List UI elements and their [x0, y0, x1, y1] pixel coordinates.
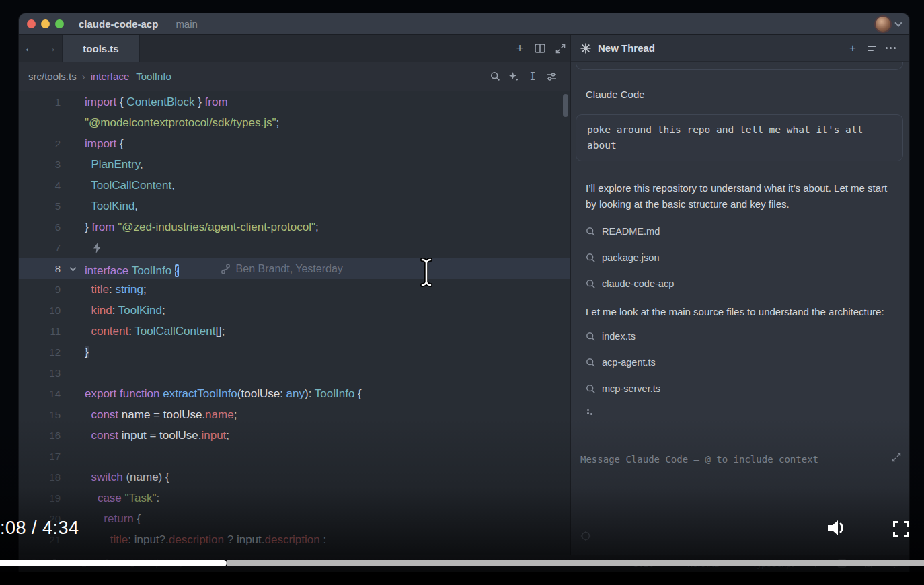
fold-chevron-icon[interactable]: [61, 258, 85, 279]
code-line[interactable]: 17: [19, 446, 570, 467]
new-tab-icon[interactable]: +: [510, 35, 530, 62]
magnifier-icon: [586, 253, 596, 263]
code-line[interactable]: 10 kind: ToolKind;: [19, 300, 570, 321]
code-line[interactable]: 20 return {: [19, 508, 570, 529]
tool-call-item[interactable]: mcp-server.ts: [576, 381, 903, 397]
code-text: }: [85, 342, 89, 362]
code-line[interactable]: 5 ToolKind,: [19, 196, 570, 217]
back-arrow-icon[interactable]: ←: [19, 35, 40, 62]
code-line[interactable]: 12}: [19, 342, 570, 362]
code-text: PlanEntry,: [85, 154, 143, 175]
new-thread-icon[interactable]: +: [843, 42, 862, 55]
burst-icon: [580, 43, 591, 54]
message-composer[interactable]: Message Claude Code — @ to include conte…: [571, 444, 909, 555]
line-number: 19: [19, 488, 61, 508]
git-blame[interactable]: Ben Brandt, Yesterday: [221, 258, 343, 279]
code-line[interactable]: 8interface ToolInfo {Ben Brandt, Yesterd…: [19, 258, 570, 279]
expand-pane-icon[interactable]: [550, 35, 570, 62]
tool-call-item[interactable]: acp-agent.ts: [576, 354, 903, 370]
tool-call-label: README.md: [602, 226, 660, 237]
fullscreen-icon[interactable]: [893, 521, 909, 537]
more-options-icon[interactable]: [881, 47, 900, 49]
composer-expand-icon[interactable]: [892, 453, 901, 465]
tab-bar: ← → tools.ts +: [19, 35, 570, 62]
sparkles-icon[interactable]: [504, 71, 523, 82]
code-text: switch (name) {: [85, 467, 169, 488]
breadcrumb-file[interactable]: src/tools.ts: [28, 71, 77, 82]
code-line[interactable]: 4 ToolCallContent,: [19, 175, 570, 196]
code-line[interactable]: 21 title: input?.description ? input.des…: [19, 529, 570, 550]
close-window-icon[interactable]: [27, 20, 36, 28]
code-line[interactable]: 7: [19, 237, 570, 258]
tab-tools-ts[interactable]: tools.ts: [62, 35, 140, 62]
code-line[interactable]: 14export function extractToolInfo(toolUs…: [19, 383, 570, 404]
gutter-space: [61, 342, 85, 362]
video-letterbox: [0, 572, 924, 585]
code-line[interactable]: 18 switch (name) {: [19, 467, 570, 488]
avatar[interactable]: [876, 17, 890, 32]
split-pane-icon[interactable]: [530, 35, 550, 62]
code-text: [85, 237, 102, 258]
zoom-window-icon[interactable]: [55, 20, 64, 28]
code-text: const name = toolUse.name;: [85, 404, 237, 425]
minimize-window-icon[interactable]: [41, 20, 50, 28]
code-line[interactable]: 13: [19, 362, 570, 383]
tool-call-label: acp-agent.ts: [602, 357, 656, 368]
thinking-indicator: [587, 409, 594, 416]
gutter-space: [61, 321, 85, 342]
code-line[interactable]: 19 case "Task":: [19, 488, 570, 508]
video-timestamp: :08 / 4:34: [0, 518, 79, 539]
code-text: return {: [85, 508, 141, 529]
thread-title: New Thread: [598, 42, 655, 54]
code-line[interactable]: 3 PlanEntry,: [19, 154, 570, 175]
user-message-card[interactable]: poke around this repo and tell me what i…: [576, 114, 903, 161]
magnifier-icon: [586, 358, 596, 368]
filters-icon[interactable]: [542, 72, 561, 81]
gutter-space: [61, 362, 85, 383]
code-line[interactable]: "@modelcontextprotocol/sdk/types.js";: [19, 112, 570, 133]
thread-scroll-area[interactable]: Claude Code poke around this repo and te…: [571, 62, 909, 444]
line-number: 2: [19, 133, 61, 154]
code-line[interactable]: 9 title: string;: [19, 279, 570, 300]
tool-call-label: claude-code-acp: [602, 278, 674, 289]
tool-call-item[interactable]: claude-code-acp: [576, 276, 903, 292]
code-editor[interactable]: 1import { ContentBlock } from"@modelcont…: [19, 91, 570, 555]
code-line[interactable]: 2import {: [19, 133, 570, 154]
project-name[interactable]: claude-code-acp: [79, 18, 158, 30]
search-icon[interactable]: [486, 71, 504, 81]
breadcrumb[interactable]: src/tools.ts › interface ToolInfo I: [19, 62, 570, 91]
video-progress-bar[interactable]: [0, 560, 924, 566]
chevron-down-icon[interactable]: [894, 19, 902, 26]
tool-call-item[interactable]: README.md: [576, 223, 903, 239]
code-line[interactable]: 15 const name = toolUse.name;: [19, 404, 570, 425]
line-number: 14: [19, 383, 61, 404]
breadcrumb-symbol[interactable]: ToolInfo: [136, 71, 171, 82]
editor-scrollbar[interactable]: [563, 94, 568, 117]
code-line[interactable]: 16 const input = toolUse.input;: [19, 425, 570, 446]
git-branch-label[interactable]: main: [176, 18, 198, 30]
code-line[interactable]: 1import { ContentBlock } from: [19, 91, 570, 112]
ibeam-icon[interactable]: I: [523, 71, 542, 83]
zed-window: claude-code-acp main ← → tools.ts +: [19, 13, 909, 572]
line-number: 17: [19, 446, 61, 467]
code-text: title: input?.description ? input.descri…: [85, 529, 326, 550]
video-frame: claude-code-acp main ← → tools.ts +: [0, 0, 924, 585]
code-line[interactable]: 11 content: ToolCallContent[];: [19, 321, 570, 342]
line-number: 12: [19, 342, 61, 362]
thread-history-icon[interactable]: [862, 46, 881, 51]
line-number: 10: [19, 300, 61, 321]
magnifier-icon: [586, 332, 596, 342]
tool-call-item[interactable]: package.json: [576, 249, 903, 266]
code-line[interactable]: 6} from "@zed-industries/agent-client-pr…: [19, 217, 570, 237]
line-number: 3: [19, 154, 61, 175]
volume-icon[interactable]: [826, 518, 847, 541]
forward-arrow-icon[interactable]: →: [40, 35, 62, 62]
context-crosshair-icon[interactable]: [580, 531, 591, 544]
line-number: 5: [19, 196, 61, 217]
breadcrumb-keyword[interactable]: interface: [91, 71, 130, 82]
tool-call-item[interactable]: index.ts: [576, 328, 903, 344]
gutter-space: [61, 467, 85, 488]
line-number: 1: [19, 91, 61, 112]
code-text: const input = toolUse.input;: [85, 425, 229, 446]
gutter-space: [61, 217, 85, 237]
